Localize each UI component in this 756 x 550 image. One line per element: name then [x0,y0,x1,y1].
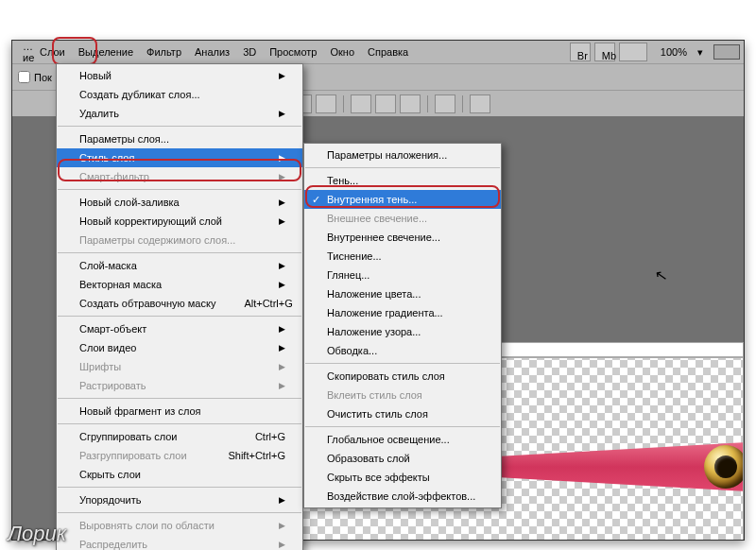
align-btn-7[interactable] [435,95,455,113]
menu-item-label: Скрыть слои [79,469,141,480]
menu-item[interactable]: Упорядочить▶ [57,490,302,509]
menu-item[interactable]: Наложение цвета... [304,284,501,303]
cursor-icon: ↖ [653,266,668,285]
submenu-arrow-icon: ▶ [279,362,285,371]
zoom-level[interactable]: 100% ▾ [647,39,710,65]
menu-item[interactable]: Новый фрагмент из слоя [57,402,302,421]
submenu-arrow-icon: ▶ [279,495,285,505]
menu-item[interactable]: Глобальное освещение... [304,430,501,449]
bridge-button[interactable]: Br [570,43,591,61]
menu-layers[interactable]: Слои [33,43,72,61]
align-btn-4[interactable] [351,95,371,113]
menu-item[interactable]: Тиснение... [304,247,501,266]
menu-separator [305,363,500,364]
menu-item: Выровнять слои по области▶ [57,516,302,535]
align-btn-8[interactable] [470,95,490,113]
menu-item-label: Параметры содержимого слоя... [79,234,235,246]
menu-item[interactable]: Обводка... [304,341,501,360]
menu-item[interactable]: Очистить стиль слоя [304,404,501,423]
menu-separator [58,487,301,488]
menu-item-label: Параметры наложения... [327,149,447,161]
menu-analysis[interactable]: Анализ [188,43,236,61]
menu-item[interactable]: Наложение узора... [304,322,501,341]
menu-item[interactable]: Скопировать стиль слоя [304,367,501,386]
menu-item: Разгруппировать слоиShift+Ctrl+G [57,446,302,465]
watermark: Лорик [8,522,66,546]
menu-item[interactable]: Внутреннее свечение... [304,228,501,247]
menu-item[interactable]: Стиль слоя▶ [57,148,302,167]
menu-item[interactable]: Образовать слой [304,449,501,468]
separator [427,95,428,112]
screen-mode-button[interactable] [619,43,647,61]
menu-separator [58,512,301,513]
layer-style-submenu[interactable]: Параметры наложения...Тень...Внутренняя … [303,143,502,508]
menu-separator [305,167,500,168]
menu-item[interactable]: Новый корректирующий слой▶ [57,212,302,231]
menu-item-label: Новый фрагмент из слоя [79,405,201,417]
menu-item: Растрировать▶ [57,376,302,395]
menu-separator [58,316,301,317]
menu-shortcut: Alt+Ctrl+G [244,298,292,309]
menu-item-label: Внешнее свечение... [327,213,427,224]
separator [343,95,344,112]
submenu-arrow-icon: ▶ [279,109,285,118]
align-btn-5[interactable] [375,95,396,113]
align-btn-6[interactable] [400,95,421,113]
menu-item-label: Новый корректирующий слой [79,215,222,227]
menu-item[interactable]: Создать обтравочную маскуAlt+Ctrl+G [57,294,302,313]
menu-item[interactable]: Слой-маска▶ [57,256,302,275]
menu-filter[interactable]: Фильтр [140,43,188,61]
menubar: …ие Слои Выделение Фильтр Анализ 3D Прос… [12,41,744,63]
menu-item-label: Смарт-фильтр [79,171,149,182]
menu-item[interactable]: Новый▶ [57,66,302,85]
menu-item[interactable]: Наложение градиента... [304,303,501,322]
submenu-arrow-icon: ▶ [279,343,285,352]
menu-window[interactable]: Окно [323,43,361,61]
menu-item[interactable]: Векторная маска▶ [57,275,302,294]
workspace-switcher[interactable] [713,44,740,60]
menu-item-label: Вклеить стиль слоя [327,389,422,401]
menu-3d[interactable]: 3D [236,43,263,61]
minibridge-button[interactable]: Mb [594,43,615,61]
menu-item-label: Скопировать стиль слоя [327,370,445,382]
menu-select[interactable]: Выделение [72,43,140,61]
menu-item-label: Скрыть все эффекты [327,472,430,483]
menu-item[interactable]: Сгруппировать слоиCtrl+G [57,427,302,446]
menu-item-label: Глобальное освещение... [327,434,450,445]
menu-item-label: Удалить [79,108,119,119]
menu-item-label: Смарт-объект [79,323,146,335]
menu-item: Шрифты▶ [57,357,302,376]
menu-item-label: Создать обтравочную маску [79,298,215,309]
menu-item[interactable]: Создать дубликат слоя... [57,85,302,104]
menu-item: Распределить▶ [57,535,302,550]
layer-dropdown[interactable]: Новый▶Создать дубликат слоя...Удалить▶Па… [56,63,303,550]
menu-item[interactable]: Тень... [304,171,501,190]
submenu-arrow-icon: ▶ [279,216,285,226]
menu-item[interactable]: Удалить▶ [57,104,302,123]
menu-item[interactable]: Скрыть все эффекты [304,468,501,487]
menu-item-label: Стиль слоя [79,152,134,163]
menu-item[interactable]: Новый слой-заливка▶ [57,193,302,212]
menu-item[interactable]: Параметры слоя... [57,129,302,148]
menu-item-label: Тень... [327,175,358,186]
menu-item[interactable]: Воздействие слой-эффектов... [304,487,501,506]
menu-help[interactable]: Справка [361,43,415,61]
menu-item[interactable]: Слои видео▶ [57,338,302,357]
menu-separator [58,189,301,190]
menu-item-label: Наложение узора... [327,326,421,337]
menu-separator [58,126,301,127]
menu-item[interactable]: Скрыть слои [57,465,302,484]
menu-item[interactable]: Глянец... [304,266,501,284]
menu-item-label: Слои видео [79,342,136,353]
menu-item: Смарт-фильтр▶ [57,167,302,186]
menu-view[interactable]: Просмотр [263,43,323,61]
align-btn-3[interactable] [316,95,336,113]
menu-item-label: Шрифты [79,361,121,372]
menu-item[interactable]: Смарт-объект▶ [57,319,302,338]
menu-separator [305,426,500,427]
grommet-artwork [704,445,744,489]
show-checkbox[interactable] [18,71,30,83]
menu-item[interactable]: Внутренняя тень... [304,190,501,209]
menu-item[interactable]: Параметры наложения... [304,146,501,164]
submenu-arrow-icon: ▶ [279,261,285,270]
